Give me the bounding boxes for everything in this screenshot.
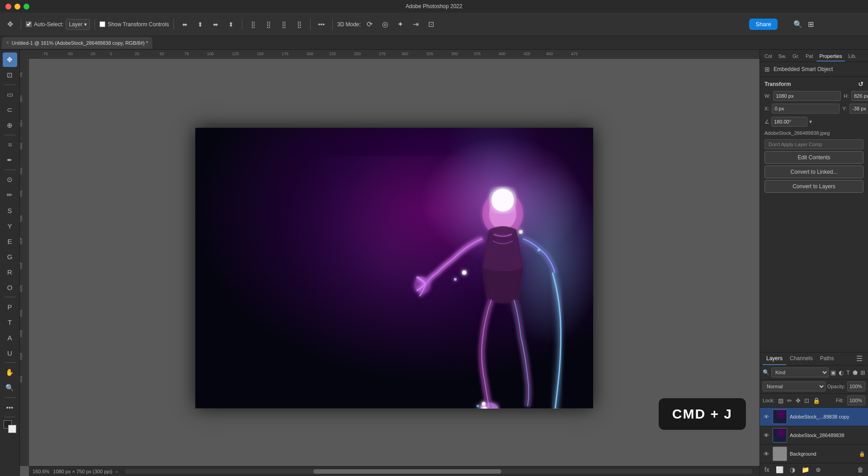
workspace-icon[interactable]: ⊞ <box>808 20 814 29</box>
distribute-center-icon[interactable]: ⣿ <box>262 18 275 31</box>
3d-rotate-icon[interactable]: ⟳ <box>363 18 376 31</box>
lock-image-icon[interactable]: ✏ <box>787 397 792 404</box>
hand-tool[interactable]: ✋ <box>3 365 17 380</box>
close-doc-icon[interactable]: × <box>6 40 9 45</box>
layer-row-copy[interactable]: 👁 AdobeStock_...89838 copy <box>760 408 868 426</box>
lock-transparent-icon[interactable]: ▨ <box>778 397 783 404</box>
minimize-button[interactable] <box>14 4 20 10</box>
path-select-tool[interactable]: A <box>3 330 17 345</box>
auto-select-checkbox[interactable] <box>26 21 32 27</box>
filter-adjustment-icon[interactable]: ◐ <box>839 369 844 376</box>
marquee-tool[interactable]: ▭ <box>3 87 17 102</box>
add-mask-button[interactable]: ⬜ <box>774 465 785 474</box>
align-top-icon[interactable]: ⬍ <box>225 18 237 31</box>
blend-mode-dropdown[interactable]: Normal <box>763 381 826 391</box>
fill-input[interactable] <box>847 395 865 405</box>
dodge-tool[interactable]: O <box>3 280 17 295</box>
delete-layer-button[interactable]: 🗑 <box>855 465 865 474</box>
move-tool[interactable]: ✥ <box>3 52 17 67</box>
layer-visibility-icon-original[interactable]: 👁 <box>763 432 770 439</box>
lasso-tool[interactable]: ⊂ <box>3 103 17 117</box>
share-button[interactable]: Share <box>749 19 778 30</box>
canvas-scroll[interactable]: CMD + J <box>29 59 760 466</box>
blur-tool[interactable]: R <box>3 265 17 279</box>
lock-position-icon[interactable]: ✥ <box>796 397 801 404</box>
horizontal-scrollbar[interactable] <box>125 469 752 474</box>
distribute-right-icon[interactable]: ⣿ <box>278 18 290 31</box>
angle-input[interactable] <box>771 117 807 127</box>
brush-tool[interactable]: ✏ <box>3 188 17 202</box>
lock-artboard-icon[interactable]: ⊡ <box>804 397 809 404</box>
clone-stamp-tool[interactable]: S <box>3 203 17 218</box>
add-adjustment-button[interactable]: ◑ <box>788 465 797 474</box>
gradient-tool[interactable]: G <box>3 249 17 264</box>
x-input[interactable] <box>772 104 840 114</box>
layer-row-original[interactable]: 👁 AdobeStock_286489838 <box>760 426 868 445</box>
3d-orbit-icon[interactable]: ◎ <box>379 18 392 31</box>
height-input[interactable] <box>851 91 868 101</box>
tab-libraries[interactable]: Lib. <box>846 52 859 62</box>
tab-properties[interactable]: Properties <box>816 52 844 62</box>
convert-linked-button[interactable]: Convert to Linked... <box>764 166 863 178</box>
more-options-icon[interactable]: ••• <box>315 18 328 31</box>
crop-tool[interactable]: ⌗ <box>3 138 17 152</box>
background-color[interactable] <box>8 425 16 433</box>
layer-visibility-icon-copy[interactable]: 👁 <box>763 414 770 420</box>
history-brush-tool[interactable]: Y <box>3 219 17 233</box>
align-left-icon[interactable]: ⬌ <box>179 18 191 31</box>
distribute-top-icon[interactable]: ⣿ <box>293 18 306 31</box>
angle-dropdown-icon[interactable]: ▾ <box>809 119 812 125</box>
shape-tool[interactable]: U <box>3 346 17 360</box>
align-right-icon[interactable]: ⬌ <box>209 18 222 31</box>
layer-dropdown[interactable]: Layer ▾ <box>66 19 90 30</box>
scroll-thumb[interactable] <box>313 469 501 474</box>
opacity-input[interactable] <box>847 381 865 391</box>
layer-row-background[interactable]: 👁 Background 🔒 <box>760 445 868 463</box>
pen-tool[interactable]: P <box>3 300 17 314</box>
more-tools-icon[interactable]: ••• <box>3 400 17 414</box>
edit-contents-button[interactable]: Edit Contents <box>764 151 863 164</box>
eraser-tool[interactable]: E <box>3 234 17 248</box>
filter-smart-icon[interactable]: ⊞ <box>860 369 865 376</box>
y-input[interactable] <box>849 104 868 114</box>
align-center-icon[interactable]: ⬍ <box>194 18 207 31</box>
lock-all-icon[interactable]: 🔒 <box>813 397 820 404</box>
tab-layers[interactable]: Layers <box>763 352 786 365</box>
layers-panel-menu-icon[interactable]: ☰ <box>854 352 865 365</box>
filter-pixel-icon[interactable]: ▣ <box>830 369 836 376</box>
tab-channels[interactable]: Channels <box>786 352 816 365</box>
tab-gradients[interactable]: Gr. <box>790 52 802 62</box>
tab-color[interactable]: Col <box>762 52 775 62</box>
tab-paths[interactable]: Paths <box>816 352 838 365</box>
status-arrow[interactable]: › <box>116 469 118 474</box>
show-transform-controls-checkbox[interactable] <box>99 21 105 27</box>
healing-brush-tool[interactable]: ⊙ <box>3 172 17 187</box>
tab-patterns[interactable]: Pat <box>803 52 816 62</box>
foreground-background-colors[interactable] <box>4 420 16 433</box>
quick-select-tool[interactable]: ⊕ <box>3 118 17 133</box>
reset-transform-icon[interactable]: ↺ <box>858 81 863 88</box>
3d-scale-icon[interactable]: ⊡ <box>425 18 438 31</box>
type-tool[interactable]: T <box>3 315 17 329</box>
maximize-button[interactable] <box>24 4 29 10</box>
new-group-button[interactable]: 📁 <box>800 465 811 474</box>
3d-pan-icon[interactable]: ✦ <box>394 18 407 31</box>
filter-shape-icon[interactable]: ⬟ <box>853 369 858 376</box>
layer-fx-button[interactable]: fx <box>763 465 771 474</box>
move-tool-icon[interactable]: ✥ <box>4 18 16 31</box>
distribute-left-icon[interactable]: ⣿ <box>247 18 259 31</box>
layer-filter-dropdown[interactable]: Kind <box>771 367 829 377</box>
width-input[interactable] <box>773 91 841 101</box>
3d-slide-icon[interactable]: ⇥ <box>410 18 422 31</box>
close-button[interactable] <box>5 4 11 10</box>
eyedropper-tool[interactable]: ✒ <box>3 153 17 167</box>
layer-visibility-icon-bg[interactable]: 👁 <box>763 451 770 457</box>
artboard-tool[interactable]: ⊡ <box>3 68 17 82</box>
document-tab[interactable]: × Untitled-1 @ 161% (AdobeStock_28648983… <box>2 37 152 49</box>
filter-text-icon[interactable]: T <box>846 369 850 376</box>
zoom-tool[interactable]: 🔍 <box>3 381 17 395</box>
new-layer-button[interactable]: ⊕ <box>814 465 823 474</box>
convert-layers-button[interactable]: Convert to Layers <box>764 180 863 193</box>
search-icon[interactable]: 🔍 <box>793 20 802 29</box>
tab-swatches[interactable]: Sw. <box>776 52 789 62</box>
